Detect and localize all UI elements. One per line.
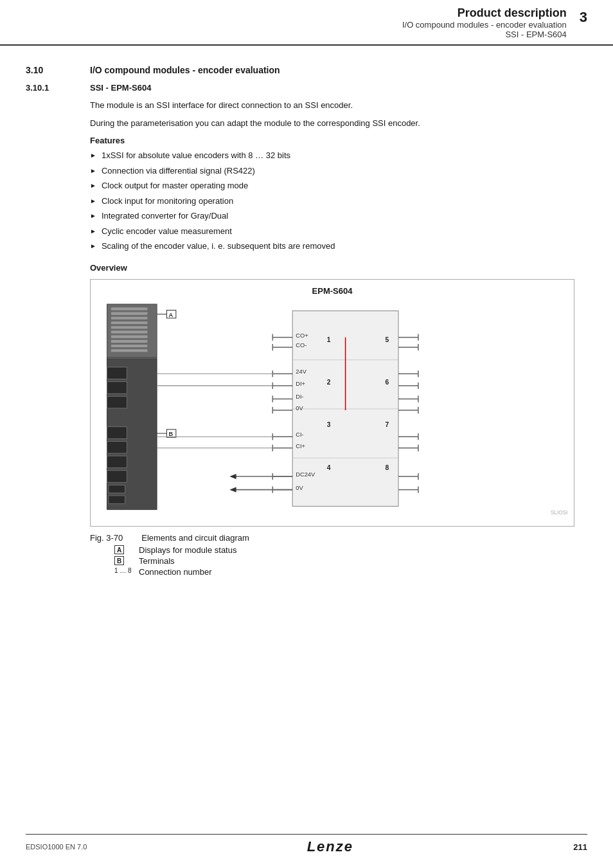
svg-text:B: B xyxy=(169,431,173,437)
feature-item: Clock output for master operating mode xyxy=(90,179,587,192)
svg-text:CO+: CO+ xyxy=(296,332,308,338)
feature-item: Clock input for monitoring operation xyxy=(90,195,587,208)
svg-text:0V: 0V xyxy=(296,405,303,411)
svg-rect-21 xyxy=(107,456,127,468)
header-title-block: Product description I/O compound modules… xyxy=(26,6,567,39)
svg-text:7: 7 xyxy=(385,420,389,428)
svg-rect-24 xyxy=(109,495,125,503)
svg-rect-10 xyxy=(111,345,148,347)
feature-item: Cyclic encoder value measurement xyxy=(90,225,587,238)
figure-badge-a: A xyxy=(114,545,124,554)
circuit-svg: A xyxy=(97,301,567,520)
svg-text:A: A xyxy=(169,311,173,318)
figure-label: Fig. 3-70 Elements and circuit diagram xyxy=(90,533,587,543)
svg-text:5: 5 xyxy=(385,336,389,343)
body-text-1: The module is an SSI interface for direc… xyxy=(90,99,587,112)
svg-text:1: 1 xyxy=(327,336,331,343)
header-sub1: I/O compound modules - encoder evaluatio… xyxy=(26,20,567,30)
figure-desc-b: Terminals xyxy=(139,556,587,566)
svg-rect-16 xyxy=(107,367,127,379)
section-3-10-title: I/O compound modules - encoder evaluatio… xyxy=(90,65,280,75)
svg-rect-5 xyxy=(111,321,148,323)
header-page-number: 3 xyxy=(580,6,587,26)
page-header: Product description I/O compound modules… xyxy=(0,0,613,46)
section-3-10-1-title: SSI - EPM-S604 xyxy=(90,83,151,93)
footer-logo: Lenze xyxy=(307,838,353,855)
svg-rect-22 xyxy=(107,470,127,482)
svg-rect-8 xyxy=(111,335,148,338)
svg-text:CO-: CO- xyxy=(296,342,306,348)
svg-marker-97 xyxy=(229,473,236,478)
section-3-10-heading: 3.10 I/O compound modules - encoder eval… xyxy=(26,65,587,75)
page-footer: EDSIO1000 EN 7.0 Lenze 211 xyxy=(26,834,587,855)
svg-text:CI+: CI+ xyxy=(296,442,305,449)
svg-rect-9 xyxy=(111,339,148,342)
svg-text:4: 4 xyxy=(327,464,331,471)
svg-rect-2 xyxy=(111,307,148,310)
svg-rect-18 xyxy=(107,396,127,408)
figure-desc-a: Displays for module status xyxy=(139,545,587,555)
features-list: 1xSSI for absolute value encoders with 8… xyxy=(90,149,587,253)
figure-badge-b: B xyxy=(114,556,124,565)
svg-rect-17 xyxy=(107,381,127,393)
svg-rect-11 xyxy=(111,349,148,352)
body-text-2: During the parameterisation you can adap… xyxy=(90,117,587,130)
overview-heading: Overview xyxy=(90,263,587,273)
feature-item: Scaling of the encoder value, i. e. subs… xyxy=(90,240,587,253)
svg-text:24V: 24V xyxy=(296,368,306,375)
figure-caption: Fig. 3-70 Elements and circuit diagram A… xyxy=(90,533,587,577)
svg-rect-23 xyxy=(109,485,125,493)
header-main-title: Product description xyxy=(26,6,567,20)
section-3-10-number: 3.10 xyxy=(26,65,64,75)
svg-text:CI-: CI- xyxy=(296,431,303,438)
figure-badge-18: 1 … 8 xyxy=(114,567,134,577)
svg-text:DI-: DI- xyxy=(296,393,303,400)
section-3-10-1-number: 3.10.1 xyxy=(26,83,64,93)
svg-rect-20 xyxy=(107,441,127,453)
footer-page-number: 211 xyxy=(573,842,587,852)
diagram-title: EPM-S604 xyxy=(97,286,567,296)
svg-rect-3 xyxy=(111,312,148,314)
svg-text:6: 6 xyxy=(385,378,389,385)
svg-text:3: 3 xyxy=(327,420,331,428)
svg-text:8: 8 xyxy=(385,464,389,471)
features-heading: Features xyxy=(90,136,587,145)
circuit-diagram: EPM-S604 xyxy=(90,279,574,527)
feature-item: Connection via differential signal (RS42… xyxy=(90,165,587,177)
svg-marker-99 xyxy=(229,487,236,492)
section-3-10-1-heading: 3.10.1 SSI - EPM-S604 xyxy=(26,83,587,93)
feature-item: Integrated converter for Gray/Dual xyxy=(90,210,587,222)
svg-rect-19 xyxy=(107,426,127,439)
figure-table: A Displays for module status B Terminals… xyxy=(90,545,587,577)
diagram-inner: A xyxy=(97,301,567,520)
svg-rect-7 xyxy=(111,330,148,333)
figure-label-text: Fig. 3-70 xyxy=(90,533,123,543)
diagram-watermark: SLIOS604 xyxy=(551,509,567,515)
footer-document-id: EDSIO1000 EN 7.0 xyxy=(26,843,87,851)
svg-rect-6 xyxy=(111,326,148,329)
header-sub2: SSI - EPM-S604 xyxy=(26,30,567,39)
figure-desc-18: Connection number xyxy=(139,567,587,577)
feature-item: 1xSSI for absolute value encoders with 8… xyxy=(90,149,587,162)
main-content: 3.10 I/O compound modules - encoder eval… xyxy=(0,46,613,602)
svg-text:2: 2 xyxy=(327,378,331,385)
figure-caption-text: Elements and circuit diagram xyxy=(141,533,249,543)
svg-text:DC24V: DC24V xyxy=(296,471,315,478)
svg-rect-4 xyxy=(111,316,148,319)
svg-text:DI+: DI+ xyxy=(296,380,305,386)
svg-text:0V: 0V xyxy=(296,484,303,491)
